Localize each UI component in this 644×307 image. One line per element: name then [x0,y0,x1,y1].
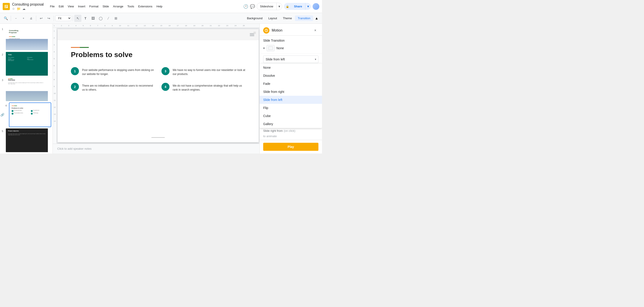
share-label[interactable]: Share [291,3,305,10]
transition-dropdown-area: None Dissolve Fade Slide from right Slid… [260,54,322,65]
on-click-hint: (on click) [284,129,296,132]
transition-dropdown-menu: None Dissolve Fade Slide from right Slid… [260,64,322,128]
zoom-reset-btn[interactable]: + [20,15,27,22]
play-button[interactable]: Play [263,143,318,151]
motion-section-title: Slide Transition [260,36,322,44]
cursor-tool[interactable]: ↖ [74,15,82,22]
dropdown-option-fade[interactable]: Fade [260,80,322,88]
menu-insert[interactable]: Insert [76,4,87,9]
menu-arrange[interactable]: Arrange [111,4,125,9]
dropdown-option-none[interactable]: None [260,64,322,72]
transition-select[interactable]: None Dissolve Fade Slide from right Slid… [263,56,318,63]
slide-num-2: 2 [2,53,6,56]
folder-icon[interactable]: 📁 [17,7,20,11]
toolbar-zoom-group: − + 🖨 [12,15,35,22]
toolbar: 🔍 − + 🖨 ↩ ↪ Fit 50% 75% 100% 150% ↖ T 🖼 … [0,13,322,24]
comment-icon[interactable]: 💬 [250,4,255,9]
menu-extensions[interactable]: Extensions [136,4,154,9]
option-fade-label: Fade [263,82,270,86]
slide-thumb-4[interactable]: 🔗 4 Problems to solve 1 Poor website per… [0,102,52,128]
divider-1 [11,16,11,21]
share-button[interactable]: 🔒 Share ▾ [284,3,311,10]
canvas-scroll[interactable]: Problems to solve 1 Poor website perform… [57,28,260,144]
slide-header-bar [58,29,259,40]
toolbar-undo-group: ↩ ↪ [38,15,52,22]
slideshow-button[interactable]: Slideshow ▾ [257,3,282,10]
slide-img-3[interactable]: Overview Lorem ipsum dolor sit amet, con… [6,77,51,101]
avatar [312,3,319,10]
dropdown-option-slide-right[interactable]: Slide from right [260,88,322,96]
zoom-select[interactable]: Fit 50% 75% 100% 150% [55,16,71,21]
cloud-icon[interactable]: ☁ [22,7,26,11]
dropdown-option-flip[interactable]: Flip [260,104,322,112]
slide-items-grid: 1 Poor website performance is stopping u… [71,67,245,92]
shape-tool[interactable]: ◯ [97,15,104,22]
transition-btn[interactable]: Transition [295,16,313,21]
dropdown-option-cube[interactable]: Cube [260,112,322,120]
topbar: Consulting proposal ☆ 📁 ☁ File Edit View… [0,0,322,13]
slide-thumb-5[interactable]: 5 Project objective Lorem ipsum dolor si… [0,128,52,153]
toolbar-search-group: 🔍 [2,15,10,22]
transition-chevron-down[interactable]: ▾ [263,46,265,50]
notes-area[interactable]: Click to add speaker notes [53,144,260,154]
history-icon[interactable]: 🕐 [243,4,248,9]
menu-format[interactable]: Format [88,4,100,9]
layout-btn[interactable]: Layout [266,16,280,21]
slide-thumb-1[interactable]: 1 ConsultingProposal Lorem ipsum dolor s… [0,26,52,51]
menu-view[interactable]: View [66,4,76,9]
menu-edit[interactable]: Edit [57,4,65,9]
image-tool[interactable]: 🖼 [90,15,96,22]
lock-icon: 🔒 [284,4,291,10]
slide-img-4[interactable]: Problems to solve 1 Poor website perform… [10,103,51,127]
print-btn[interactable]: 🖨 [28,15,35,22]
transition-current-label: None [276,46,318,50]
line-tool[interactable]: ╱ [105,15,112,22]
slide2-toc-title: TOC [8,54,12,56]
divider-2 [36,16,36,21]
slide3-title: Overview [8,79,15,81]
slide-main-title: Problems to solve [71,51,132,59]
undo-btn[interactable]: ↩ [38,15,45,22]
menu-help[interactable]: Help [155,4,164,9]
slide5-title: Project objective [8,130,19,132]
slide2-col1-header: Team analysis [8,57,26,58]
star-icon[interactable]: ☆ [12,7,15,11]
search-btn[interactable]: 🔍 [2,15,10,22]
slide-thumb-3[interactable]: 3 Overview Lorem ipsum dolor sit amet, c… [0,77,52,102]
motion-panel: Motion × Slide Transition ▾ None None Di… [260,24,322,154]
motion-transition-selector: ▾ None [260,44,322,54]
dropdown-option-gallery[interactable]: Gallery [260,120,322,128]
theme-btn[interactable]: Theme [280,16,294,21]
ruler-marks: 1234567891011121314151617181920212223242… [54,25,245,27]
divider-3 [54,16,54,21]
slide-img-1[interactable]: ConsultingProposal Lorem ipsum dolor sit… [6,27,51,50]
menu-bar: File Edit View Insert Format Slide Arran… [48,4,164,9]
slide-img-2[interactable]: TOC Team analysis Overview Problems to s… [6,52,51,76]
slide-img-5[interactable]: Project objective Lorem ipsum dolor sit … [6,128,51,152]
text-tool[interactable]: T [82,15,89,22]
share-dropdown-arrow[interactable]: ▾ [305,3,311,10]
dropdown-option-slide-left[interactable]: Slide from left [260,96,322,104]
more-tool[interactable]: ⊞ [112,15,120,22]
item-text-3: We have no way to funnel users into our … [173,67,245,76]
notes-placeholder[interactable]: Click to add speaker notes [57,147,92,150]
toolbar-collapse-btn[interactable]: ▲ [314,15,320,22]
slideshow-dropdown-arrow[interactable]: ▾ [276,3,282,10]
slide-num-5: 5 [2,130,6,132]
menu-file[interactable]: File [48,4,56,9]
redo-btn[interactable]: ↪ [45,15,52,22]
slide4-mini-title: Problems to solve [12,107,23,109]
dropdown-option-dissolve[interactable]: Dissolve [260,72,322,80]
menu-slide[interactable]: Slide [100,4,111,9]
slide-item-1: 1 Poor website performance is stopping u… [71,67,155,76]
slideshow-label[interactable]: Slideshow [257,3,276,10]
doc-title[interactable]: Consulting proposal [12,3,44,7]
motion-close-btn[interactable]: × [312,27,318,34]
svg-rect-2 [5,6,8,7]
resize-handles[interactable]: ⊞ [253,31,256,35]
background-btn[interactable]: Background [244,16,265,21]
menu-tools[interactable]: Tools [126,4,136,9]
zoom-out-btn[interactable]: − [12,15,20,22]
slide-thumb-2[interactable]: 2 TOC Team analysis Overview Problems to… [0,51,52,77]
divider-4 [73,16,73,21]
